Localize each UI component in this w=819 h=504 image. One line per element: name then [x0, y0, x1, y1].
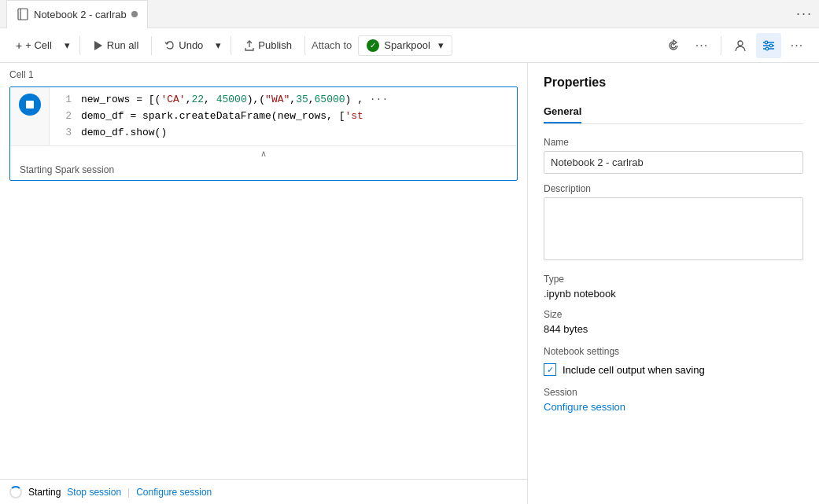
- svg-marker-2: [94, 41, 102, 50]
- cell-label: Cell 1: [0, 63, 527, 86]
- publish-button[interactable]: Publish: [238, 36, 298, 54]
- more-icon: ···: [695, 39, 708, 53]
- configure-session-link[interactable]: Configure session: [544, 401, 625, 413]
- collapse-icon: ∧: [260, 149, 267, 158]
- description-input[interactable]: [544, 197, 803, 260]
- svg-point-3: [738, 41, 743, 46]
- name-label: Name: [544, 137, 803, 148]
- undo-icon: [164, 40, 175, 51]
- title-bar: Notebook 2 - carlrab ···: [0, 0, 819, 28]
- status-bar: Starting Stop session | Configure sessio…: [0, 479, 527, 504]
- starting-text: Starting: [28, 487, 61, 498]
- stop-session-link[interactable]: Stop session: [67, 487, 121, 498]
- title-more-button[interactable]: ···: [796, 6, 813, 22]
- svg-point-7: [765, 41, 768, 44]
- settings-icon: [762, 39, 776, 53]
- checkbox-row: Include cell output when saving: [544, 363, 803, 376]
- user-icon-button[interactable]: [728, 33, 753, 58]
- code-line-2: 2 demo_df = spark.createDataFrame(new_ro…: [59, 109, 507, 125]
- sep4: [304, 36, 305, 55]
- add-cell-button[interactable]: + + Cell: [9, 36, 58, 55]
- undo-label: Undo: [179, 39, 203, 51]
- notebook-tab[interactable]: Notebook 2 - carlrab: [6, 0, 148, 28]
- spark-status-icon: [367, 39, 379, 52]
- description-label: Description: [544, 183, 803, 194]
- more-options-button[interactable]: ···: [689, 33, 714, 58]
- cell-dropdown-button[interactable]: ▾: [61, 36, 73, 54]
- code-editor[interactable]: 1 new_rows = [('CA',22, 45000),("WA",35,…: [50, 87, 517, 145]
- stop-icon: [26, 101, 34, 109]
- cell-collapse-bar[interactable]: ∧: [10, 145, 517, 161]
- plus-icon: +: [16, 39, 22, 52]
- add-cell-label: + Cell: [25, 39, 52, 51]
- cell-container: 1 new_rows = [('CA',22, 45000),("WA",35,…: [9, 86, 518, 181]
- code-line-1: 1 new_rows = [('CA',22, 45000),("WA",35,…: [59, 92, 507, 109]
- svg-point-9: [766, 47, 769, 50]
- attach-to-label: Attach to: [312, 39, 352, 51]
- svg-point-8: [769, 44, 773, 47]
- undo-dropdown-button[interactable]: ▾: [212, 36, 224, 54]
- overflow-menu-button[interactable]: ···: [784, 33, 810, 58]
- unsaved-dot: [131, 11, 138, 17]
- tab-general[interactable]: General: [544, 101, 581, 123]
- loading-spinner: [9, 486, 22, 498]
- settings-panel-button[interactable]: [756, 33, 781, 58]
- run-btn-area: [10, 87, 50, 145]
- name-input[interactable]: [544, 151, 803, 174]
- sep2: [151, 36, 152, 55]
- cell-output-checkbox[interactable]: [544, 363, 556, 376]
- size-label: Size: [544, 309, 803, 320]
- configure-session-link-bottom[interactable]: Configure session: [136, 487, 212, 498]
- checkbox-label: Include cell output when saving: [563, 364, 705, 376]
- run-all-icon: [93, 40, 104, 51]
- size-value: 844 bytes: [544, 323, 803, 335]
- refresh-icon: [667, 39, 680, 52]
- run-all-label: Run all: [107, 39, 138, 51]
- cell-chevron-icon: ▾: [65, 39, 70, 51]
- sep1: [79, 36, 80, 55]
- sparkpool-button[interactable]: Sparkpool ▾: [358, 35, 452, 56]
- type-value: .ipynb notebook: [544, 288, 803, 300]
- code-line-3: 3 demo_df.show(): [59, 125, 507, 142]
- notebook-settings-label: Notebook settings: [544, 346, 803, 357]
- notebook-icon: [17, 8, 29, 20]
- main-area: Cell 1 1 new_rows = [('CA',22, 45000),("…: [0, 63, 819, 504]
- cell-status: Starting Spark session: [10, 161, 517, 180]
- sep3: [231, 36, 231, 55]
- overflow-icon: ···: [791, 39, 803, 53]
- panel-tabs: General: [544, 101, 803, 124]
- undo-button[interactable]: Undo: [158, 36, 209, 54]
- refresh-button[interactable]: [661, 33, 686, 58]
- tab-general-label: General: [544, 105, 581, 117]
- undo-chevron-icon: ▾: [216, 39, 221, 51]
- publish-icon: [244, 40, 255, 51]
- sparkpool-label: Sparkpool: [384, 39, 430, 51]
- user-icon: [732, 38, 748, 53]
- stop-cell-button[interactable]: [19, 94, 41, 116]
- notebook-area: Cell 1 1 new_rows = [('CA',22, 45000),("…: [0, 63, 528, 504]
- toolbar-right: ··· ···: [661, 33, 810, 58]
- toolbar: + + Cell ▾ Run all Undo ▾ Publish Attach…: [0, 28, 819, 63]
- run-all-button[interactable]: Run all: [87, 36, 145, 54]
- sep5: [721, 36, 721, 55]
- publish-label: Publish: [258, 39, 292, 51]
- sparkpool-chevron-icon: ▾: [438, 39, 444, 51]
- panel-title: Properties: [544, 75, 803, 90]
- svg-rect-0: [18, 9, 28, 20]
- status-separator: |: [127, 487, 130, 498]
- properties-panel: Properties General Name Description Type…: [528, 63, 819, 504]
- notebook-title: Notebook 2 - carlrab: [34, 9, 127, 20]
- session-label: Session: [544, 387, 803, 398]
- type-label: Type: [544, 274, 803, 285]
- session-status-text: Starting Spark session: [20, 164, 114, 175]
- cell-gutter: 1 new_rows = [('CA',22, 45000),("WA",35,…: [10, 87, 517, 145]
